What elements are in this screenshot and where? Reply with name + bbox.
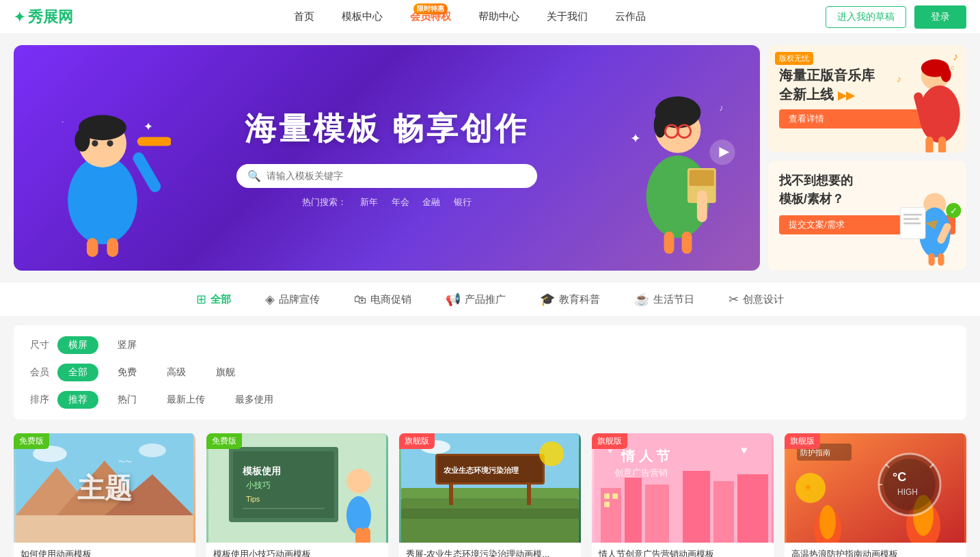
svg-rect-7: [137, 137, 171, 146]
badge-flagship-3: 旗舰版: [399, 433, 435, 449]
sort-filter-label: 排序: [30, 394, 57, 406]
diamond-icon: ◈: [265, 292, 275, 307]
nav-help[interactable]: 帮助中心: [478, 10, 519, 23]
cat-lifestyle[interactable]: ☕ 生活节日: [634, 292, 694, 307]
svg-text:°C: °C: [893, 470, 906, 484]
svg-rect-87: [737, 474, 768, 543]
svg-rect-48: [938, 253, 944, 265]
svg-text:♪: ♪: [719, 103, 724, 113]
member-all-btn[interactable]: 全部: [57, 364, 98, 381]
thumb-illustration-5: °C HIGH 防护指南 ☀: [785, 433, 966, 543]
hot-item-1[interactable]: 年会: [392, 197, 409, 207]
svg-rect-88: [604, 493, 610, 499]
template-title-3: 秀展-农业生态环境污染治理动画模...: [399, 543, 581, 557]
search-icon: 🔍: [247, 169, 261, 182]
size-landscape-btn[interactable]: 横屏: [57, 336, 98, 354]
template-card-1[interactable]: 免费版 〜〜 主题 如何: [14, 433, 195, 557]
badge-flagship-4: 旗舰版: [592, 433, 627, 449]
hot-item-0[interactable]: 新年: [360, 197, 378, 207]
filter-panel: 尺寸 横屏 竖屏 会员 全部 免费 高级 旗舰 排序 推荐 热门 最新上传 最多…: [14, 325, 966, 420]
svg-point-3: [74, 129, 90, 152]
nav-cloud[interactable]: 云作品: [615, 10, 646, 23]
hero-char-right-icon: ✦ ♪: [616, 79, 739, 257]
cat-all[interactable]: ⊞ 全部: [196, 292, 231, 307]
svg-rect-20: [690, 170, 714, 186]
svg-text:〜〜: 〜〜: [118, 458, 132, 465]
svg-text:Tips: Tips: [246, 495, 260, 503]
svg-rect-42: [903, 218, 919, 220]
svg-text:✦: ✦: [630, 131, 641, 146]
cat-ecommerce[interactable]: 🛍 电商促销: [354, 293, 411, 307]
svg-rect-90: [604, 502, 610, 507]
cat-product[interactable]: 📢 产品推广: [446, 292, 506, 307]
member-flagship-btn[interactable]: 旗舰: [205, 364, 246, 381]
membership-filter-options: 全部 免费 高级 旗舰: [57, 364, 246, 381]
sort-newest-btn[interactable]: 最新上传: [156, 391, 216, 409]
template-card-5[interactable]: 旗舰版: [785, 433, 966, 557]
main-nav: 首页 模板中心 限时特惠 会员特权 帮助中心 关于我们 云作品: [114, 10, 826, 23]
grid-icon: ⊞: [196, 292, 206, 307]
template-card-4[interactable]: 旗舰版 情 人 节 创意广告营销: [592, 433, 774, 557]
svg-point-56: [139, 444, 166, 457]
svg-point-65: [346, 469, 371, 493]
svg-text:♪: ♪: [897, 74, 901, 84]
sort-filter-row: 排序 推荐 热门 最新上传 最多使用: [30, 391, 950, 409]
nav-home[interactable]: 首页: [294, 10, 314, 23]
membership-filter-label: 会员: [30, 366, 57, 379]
svg-rect-35: [938, 137, 946, 152]
template-thumb-5: 旗舰版: [785, 433, 966, 543]
cat-education[interactable]: 🎓 教育科普: [540, 292, 600, 307]
request-ad-title: 找不到想要的模板/素材？: [779, 172, 888, 208]
login-button[interactable]: 登录: [914, 5, 966, 29]
template-title-1: 如何使用动画模板: [14, 543, 195, 557]
svg-text:☀: ☀: [803, 482, 813, 493]
ad-request: 找不到想要的模板/素材？ 提交文案/需求 ✓: [768, 161, 966, 271]
svg-point-97: [819, 505, 836, 539]
cat-creative[interactable]: ✂ 创意设计: [729, 292, 784, 307]
svg-text:♫: ♫: [950, 64, 955, 71]
sort-recommended-btn[interactable]: 推荐: [57, 391, 98, 409]
hot-item-2[interactable]: 金融: [422, 197, 440, 207]
hot-item-3[interactable]: 银行: [454, 197, 472, 207]
thumb-illustration-4: 情 人 节 创意广告营销 ♥ ♥: [592, 433, 774, 543]
cat-brand[interactable]: ◈ 品牌宣传: [265, 292, 320, 307]
svg-rect-89: [612, 493, 618, 499]
badge-free-2: 免费版: [206, 433, 242, 449]
hero-search-box: 🔍: [236, 164, 537, 188]
svg-rect-22: [664, 232, 675, 254]
search-input[interactable]: [267, 170, 526, 181]
svg-rect-77: [449, 485, 453, 505]
svg-rect-86: [713, 481, 734, 543]
svg-point-79: [539, 441, 564, 466]
nav-about[interactable]: 关于我们: [547, 10, 588, 23]
svg-point-0: [68, 156, 137, 244]
svg-rect-43: [903, 223, 921, 225]
svg-point-101: [884, 459, 936, 511]
svg-text:·: ·: [62, 116, 64, 126]
hero-section: ✦ ·: [14, 34, 966, 282]
music-badge: 版权无忧: [775, 52, 813, 65]
site-logo[interactable]: ✦ 秀展网: [14, 7, 73, 27]
svg-point-4: [92, 140, 98, 146]
template-card-3[interactable]: 旗舰版 农业生态环境污染治理: [399, 433, 581, 557]
hero-char-left-icon: ✦ ·: [34, 93, 171, 257]
template-thumb-1: 免费版 〜〜 主题: [14, 433, 195, 543]
request-illustration-icon: ✓: [888, 185, 963, 267]
svg-rect-34: [925, 137, 933, 152]
ad-music: 版权无忧 海量正版音乐库全新上线 ▶▶ 查看详情 ♪ ♫: [768, 45, 966, 152]
sort-mostused-btn[interactable]: 最多使用: [224, 391, 284, 409]
nav-templates[interactable]: 模板中心: [342, 10, 383, 23]
music-note-icon: ♪: [953, 51, 958, 63]
svg-text:HIGH: HIGH: [897, 487, 918, 497]
member-advanced-btn[interactable]: 高级: [156, 364, 197, 381]
svg-rect-85: [683, 471, 710, 543]
svg-rect-47: [929, 253, 935, 265]
member-free-btn[interactable]: 免费: [107, 364, 148, 381]
size-portrait-btn[interactable]: 竖屏: [107, 336, 148, 354]
svg-text:农业生态环境污染治理: 农业生态环境污染治理: [443, 466, 519, 474]
template-card-2[interactable]: 免费版 模板使用 小技巧 Tips: [206, 433, 388, 557]
draft-button[interactable]: 进入我的草稿: [826, 6, 906, 28]
nav-membership[interactable]: 限时特惠 会员特权: [410, 10, 451, 23]
sort-popular-btn[interactable]: 热门: [107, 391, 148, 409]
hot-search: 热门搜索： 新年 年会 金融 银行: [297, 196, 477, 208]
